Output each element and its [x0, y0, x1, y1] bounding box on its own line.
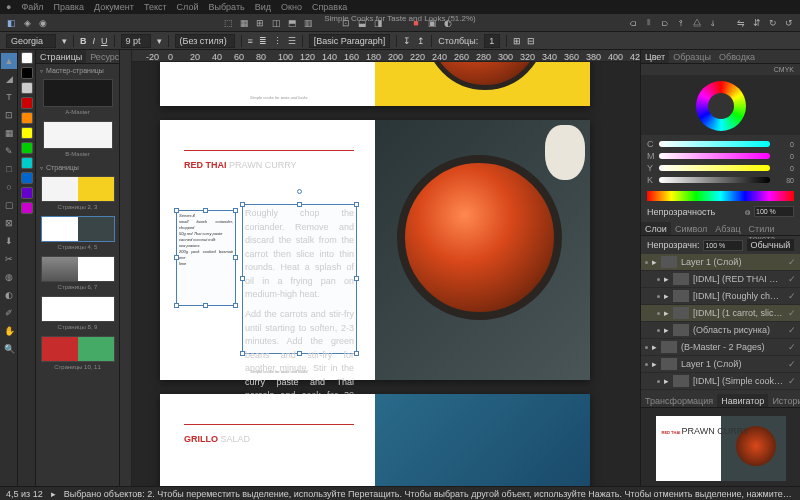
tab-navigator[interactable]: Навигатор	[717, 394, 768, 407]
font-size-select[interactable]: 9 pt	[121, 34, 151, 48]
underline-button[interactable]: U	[101, 36, 108, 46]
spread-current[interactable]: RED THAI PRAWN CURRY Serves 4 small bunc…	[160, 120, 590, 380]
tab-paragraph[interactable]: Абзац	[711, 222, 744, 235]
layer-row[interactable]: ▸[IDML] (1 carrot, sliced 1 t✓	[641, 305, 800, 322]
tab-pages[interactable]: Страницы	[36, 50, 86, 63]
italic-button[interactable]: I	[93, 36, 96, 46]
layer-row[interactable]: ▸[IDML] (Roughly chop the c✓	[641, 288, 800, 305]
char-style-select[interactable]: (Без стиля)	[175, 34, 235, 48]
swatch[interactable]	[21, 67, 33, 79]
align-left-icon[interactable]: ≡	[248, 36, 253, 46]
align-center-icon[interactable]: ⦀	[642, 16, 656, 30]
menu-select[interactable]: Выбрать	[208, 2, 244, 12]
text-frame-method[interactable]: Roughly chop the coriander. Remove and d…	[242, 204, 357, 354]
tab-resources[interactable]: Ресурсы	[86, 50, 120, 63]
vector-crop-tool[interactable]: ✂	[1, 251, 17, 267]
swatch[interactable]	[21, 127, 33, 139]
text-frame-ingredients[interactable]: Serves 4 small bunch coriander, chopped …	[176, 210, 236, 306]
align-right-icon[interactable]: ⋮	[273, 36, 282, 46]
align-middle-icon[interactable]: ⧋	[690, 16, 704, 30]
swatch[interactable]	[21, 97, 33, 109]
tb-icon[interactable]: ⬒	[285, 16, 299, 30]
spread-thumb[interactable]	[41, 256, 115, 282]
text-tool[interactable]: T	[1, 89, 17, 105]
layer-row[interactable]: ▸Layer 1 (Слой)✓	[641, 356, 800, 373]
eyedropper-icon[interactable]: ⌾	[745, 207, 750, 217]
align-left-icon[interactable]: ⫏	[626, 16, 640, 30]
persona-designer-icon[interactable]: ◈	[20, 16, 34, 30]
menu-file[interactable]: Файл	[21, 2, 43, 12]
tab-layers[interactable]: Слои	[641, 222, 671, 235]
swatch[interactable]	[21, 172, 33, 184]
ellipse-tool[interactable]: ○	[1, 179, 17, 195]
menu-edit[interactable]: Правка	[54, 2, 84, 12]
color-mode[interactable]: CMYK	[641, 64, 800, 75]
layer-row[interactable]: ▸[IDML] (RED THAI PRAWN C✓	[641, 271, 800, 288]
para-style-select[interactable]: [Basic Paragraph]	[309, 34, 391, 48]
persona-publisher-icon[interactable]: ◧	[4, 16, 18, 30]
layer-row[interactable]: ▸Layer 1 (Слой)✓	[641, 254, 800, 271]
color-wheel[interactable]	[641, 75, 800, 135]
menu-help[interactable]: Справка	[312, 2, 347, 12]
menu-window[interactable]: Окно	[281, 2, 302, 12]
align-right-icon[interactable]: ⫐	[658, 16, 672, 30]
swatch[interactable]	[21, 142, 33, 154]
move-tool[interactable]: ▲	[1, 53, 17, 69]
swatch[interactable]	[21, 157, 33, 169]
masters-header[interactable]: Мастер-страницы	[36, 64, 119, 77]
place-tool[interactable]: ⬇	[1, 233, 17, 249]
page-indicator[interactable]: 4,5 из 12	[6, 489, 43, 499]
tab-history[interactable]: История	[768, 394, 800, 407]
menu-text[interactable]: Текст	[144, 2, 167, 12]
spread-thumb[interactable]	[41, 296, 115, 322]
tab-transform[interactable]: Трансформация	[641, 394, 717, 407]
layer-row[interactable]: ▸(Область рисунка)✓	[641, 322, 800, 339]
m-slider[interactable]	[659, 153, 770, 159]
tab-textstyles[interactable]: Стили текста	[745, 222, 800, 235]
rotate-icon[interactable]: ↻	[766, 16, 780, 30]
align-justify-icon[interactable]: ☰	[288, 36, 296, 46]
table-tool[interactable]: ▦	[1, 125, 17, 141]
swatch[interactable]	[21, 82, 33, 94]
flip-h-icon[interactable]: ⇋	[734, 16, 748, 30]
tb-icon[interactable]: ⬚	[221, 16, 235, 30]
pen-tool[interactable]: ✎	[1, 143, 17, 159]
frame-text-tool[interactable]: ⊡	[1, 107, 17, 123]
bold-button[interactable]: B	[80, 36, 87, 46]
align-center-icon[interactable]: ≣	[259, 36, 267, 46]
swatch[interactable]	[21, 52, 33, 64]
tb-icon[interactable]: ▦	[237, 16, 251, 30]
rect-tool[interactable]: □	[1, 161, 17, 177]
swatch[interactable]	[21, 187, 33, 199]
hand-tool[interactable]: ✋	[1, 323, 17, 339]
tb-icon[interactable]: ▥	[301, 16, 315, 30]
image-frame-tool[interactable]: ⊠	[1, 215, 17, 231]
tab-swatches[interactable]: Образцы	[669, 50, 715, 63]
menu-view[interactable]: Вид	[255, 2, 271, 12]
spread-thumb[interactable]	[41, 216, 115, 242]
rounded-rect-tool[interactable]: ▢	[1, 197, 17, 213]
node-tool[interactable]: ◢	[1, 71, 17, 87]
c-slider[interactable]	[659, 141, 770, 147]
swatch[interactable]	[21, 112, 33, 124]
layer-row[interactable]: ▸(B-Master - 2 Pages)✓	[641, 339, 800, 356]
align-top-icon[interactable]: ⫯	[674, 16, 688, 30]
pages-header[interactable]: Страницы	[36, 161, 119, 174]
opacity-input[interactable]	[754, 206, 794, 217]
spread-thumb[interactable]	[41, 176, 115, 202]
columns-input[interactable]: 1	[484, 34, 500, 48]
navigator-preview[interactable]: RED THAI PRAWN CURRY	[641, 408, 800, 488]
zoom-tool[interactable]: 🔍	[1, 341, 17, 357]
tb-icon[interactable]: ⊞	[253, 16, 267, 30]
menu-document[interactable]: Документ	[94, 2, 134, 12]
layer-opacity-input[interactable]	[703, 240, 743, 251]
menu-layer[interactable]: Слой	[177, 2, 199, 12]
font-family-select[interactable]: Georgia	[6, 34, 56, 48]
master-b-thumb[interactable]	[43, 121, 113, 149]
blend-mode-select[interactable]: Обычный	[747, 239, 794, 251]
align-bottom-icon[interactable]: ⫰	[706, 16, 720, 30]
transparency-tool[interactable]: ◐	[1, 287, 17, 303]
persona-photo-icon[interactable]: ◉	[36, 16, 50, 30]
fill-tool[interactable]: ◍	[1, 269, 17, 285]
spectrum-picker[interactable]	[647, 191, 794, 201]
